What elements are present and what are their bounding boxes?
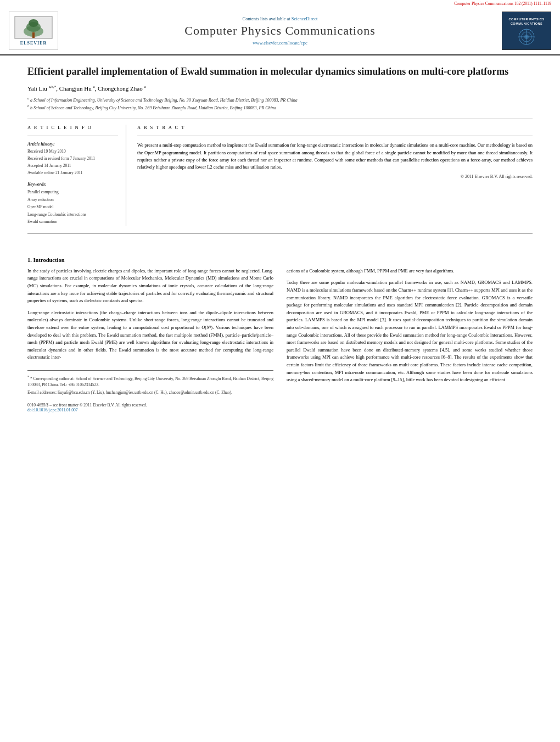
affiliations: a a School of Information Engineering, U…	[27, 96, 533, 111]
svg-rect-4	[32, 32, 35, 38]
bottom-ids: 0010-4655/$ – see front matter © 2011 El…	[0, 403, 560, 418]
body-section: 1. Introduction In the study of particle…	[0, 239, 560, 398]
article-info-panel: A R T I C L E I N F O Article history: R…	[27, 125, 126, 226]
keyword-4: Long-range Coulombic interactions	[27, 211, 118, 219]
keyword-3: OpenMP model	[27, 203, 118, 211]
doi-link[interactable]: doi:10.1016/j.cpc.2011.01.007	[27, 408, 78, 412]
journal-title: Computer Physics Communications	[69, 24, 491, 38]
col1-paragraph-1: In the study of particles involving elec…	[27, 267, 273, 305]
section-1-heading: 1. Introduction	[27, 257, 533, 263]
journal-url[interactable]: www.elsevier.com/locate/cpc	[69, 40, 491, 46]
col2-paragraph-1: actions of a Coulombic system, although …	[287, 267, 533, 275]
two-column-body: In the study of particles involving elec…	[27, 267, 533, 398]
svg-text:COMMUNICATIONS: COMMUNICATIONS	[511, 22, 542, 25]
keywords-label: Keywords:	[27, 182, 118, 187]
abstract-text: We present a multi-step computation meth…	[137, 142, 533, 171]
keyword-5: Ewald summation	[27, 218, 118, 226]
article-title: Efficient parallel implementation of Ewa…	[27, 65, 533, 78]
doi-line: doi:10.1016/j.cpc.2011.01.007	[27, 408, 533, 412]
col1-paragraph-2: Long-range electrostatic interactions (t…	[27, 309, 273, 361]
elsevier-text: ELSEVIER	[20, 41, 47, 46]
keywords-list: Parallel computing Array reduction OpenM…	[27, 188, 118, 226]
keyword-1: Parallel computing	[27, 188, 118, 196]
abstract-copyright: © 2011 Elsevier B.V. All rights reserved…	[137, 174, 533, 179]
journal-center: Contents lists available at ScienceDirec…	[58, 16, 502, 46]
divider-3	[137, 136, 533, 136]
citation-bar: Computer Physics Communications 182 (201…	[0, 0, 560, 7]
journal-header: ELSEVIER Contents lists available at Sci…	[0, 7, 560, 55]
article-info-title: A R T I C L E I N F O	[27, 125, 118, 130]
col2-paragraph-2: Today there are some popular molecular-s…	[287, 279, 533, 383]
svg-point-3	[29, 19, 38, 27]
citation-text: Computer Physics Communications 182 (201…	[454, 1, 551, 6]
accepted-date: Accepted 14 January 2011	[27, 163, 118, 170]
svg-text:COMPUTER PHYSICS: COMPUTER PHYSICS	[508, 18, 544, 21]
history-label: Article history:	[27, 142, 118, 147]
footnote-emails: E-mail addresses: liuyali@bcu.edu.cn (Y.…	[27, 389, 273, 396]
cpc-logo-graphic: COMPUTER PHYSICS COMMUNICATIONS	[505, 14, 548, 48]
authors: Yali Liu a,b,*, Changjun Hu a, Chongchon…	[27, 85, 533, 92]
divider-4	[27, 233, 533, 234]
revised-date: Received in revised form 7 January 2011	[27, 155, 118, 163]
footnote-area: * * Corresponding author at: School of S…	[27, 370, 273, 397]
affiliation-a: a a School of Information Engineering, U…	[27, 96, 533, 104]
online-date: Available online 21 January 2011	[27, 170, 118, 177]
elsevier-logo: ELSEVIER	[9, 12, 58, 50]
sciencedirect-link[interactable]: ScienceDirect	[292, 16, 318, 21]
footnote-corresponding: * * Corresponding author at: School of S…	[27, 374, 273, 389]
contents-link: Contents lists available at ScienceDirec…	[69, 16, 491, 21]
article-section: Efficient parallel implementation of Ewa…	[0, 55, 560, 234]
affiliation-b: b b School of Science and Technology, Be…	[27, 104, 533, 111]
received-date: Received 19 May 2010	[27, 148, 118, 155]
body-column-1: In the study of particles involving elec…	[27, 267, 273, 398]
article-dates: Received 19 May 2010 Received in revised…	[27, 148, 118, 176]
abstract-section: A B S T R A C T We present a multi-step …	[137, 125, 533, 226]
body-column-2: actions of a Coulombic system, although …	[287, 267, 533, 398]
issn-line: 0010-4655/$ – see front matter © 2011 El…	[27, 403, 533, 408]
divider-1	[27, 119, 533, 119]
abstract-title: A B S T R A C T	[137, 125, 533, 130]
info-abstract: A R T I C L E I N F O Article history: R…	[27, 125, 533, 226]
journal-logo-right: COMPUTER PHYSICS COMMUNICATIONS	[502, 12, 551, 50]
keyword-2: Array reduction	[27, 196, 118, 204]
divider-2	[27, 136, 118, 136]
elsevier-graphic	[14, 16, 53, 39]
